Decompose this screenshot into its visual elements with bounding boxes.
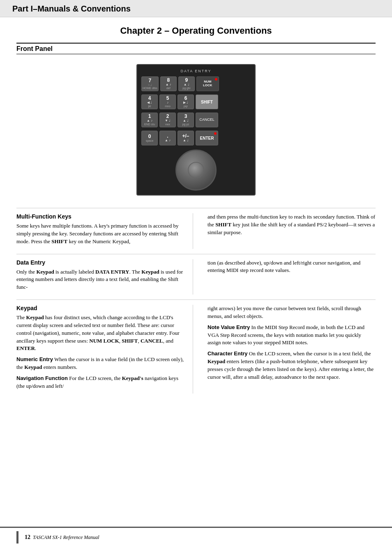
multi-function-right-text: and then press the multi-function key to…: [208, 213, 376, 237]
multi-function-content: Multi-Function Keys Some keys have multi…: [16, 213, 376, 249]
key-shift[interactable]: SHIFT: [196, 94, 218, 109]
multi-function-left: Multi-Function Keys Some keys have multi…: [16, 213, 193, 249]
keypad-row-2: 4 ◀ ♩ jkl 5 ♪ mno 6 ▶ ♩ pqr: [141, 94, 251, 109]
key-8[interactable]: 8 ▲ ♪ def: [160, 76, 177, 91]
key-2[interactable]: 2 ▼ ♩ vwx: [159, 113, 176, 127]
keypad-label: DATA ENTRY: [141, 69, 251, 73]
keypad-right-para1: right arrows) let you move the cursor be…: [208, 305, 376, 320]
key-enter[interactable]: ENTER: [196, 131, 218, 145]
page-container: Part I–Manuals & Conventions Chapter 2 –…: [0, 0, 392, 555]
front-panel-title: Front Panel: [16, 45, 53, 52]
keypad-row-1: 7 ○ ♩ HOME dlbs 8 ▲ ♪ def 9 ▲ ♩ pg: [141, 76, 251, 91]
keypad-graphic: DATA ENTRY 7 ○ ♩ HOME dlbs 8 ▲ ♪ def: [136, 64, 256, 196]
keypad-numeric-entry: Numeric Entry When the cursor is in a va…: [16, 356, 184, 371]
header-bar: Part I–Manuals & Conventions: [0, 0, 392, 17]
keypad-section-right: right arrows) let you move the cursor be…: [205, 305, 376, 394]
data-entry-left-text: Only the Keypad is actually labeled DATA…: [16, 268, 184, 292]
multi-function-right: and then press the multi-function key to…: [205, 213, 376, 249]
key-7-num: 7: [149, 78, 152, 83]
key-9[interactable]: 9 ▲ ♩ pg ghi: [178, 76, 195, 91]
key-cancel[interactable]: CANCEL: [196, 113, 218, 127]
keypad-row-4: 0 space . ▲ ♪ +/– ▲ ♩ ENTER: [141, 131, 251, 145]
key-0[interactable]: 0 space: [141, 131, 158, 145]
keypad-char-entry: Character Entry On the LCD screen, when …: [208, 350, 376, 381]
keypad-para1: The Keypad has four distinct uses, which…: [16, 314, 184, 352]
jog-wheel-area: [141, 150, 251, 191]
jog-wheel-center: [188, 162, 204, 178]
jog-wheel[interactable]: [175, 150, 217, 191]
multi-function-title: Multi-Function Keys: [16, 213, 184, 220]
key-5[interactable]: 5 ♪ mno: [159, 94, 176, 109]
keypad-rows: 7 ○ ♩ HOME dlbs 8 ▲ ♪ def 9 ▲ ♩ pg: [141, 76, 251, 147]
page-number: 12: [25, 534, 30, 541]
multi-function-section: Multi-Function Keys Some keys have multi…: [16, 208, 376, 249]
main-content: Chapter 2 – Operating Conventions Front …: [0, 25, 392, 406]
chapter-title: Chapter 2 – Operating Conventions: [16, 25, 376, 36]
part-title: Part I–Manuals & Conventions: [12, 4, 131, 13]
keypad-row-3: 1 ▲ ♪ END stu 2 ▼ ♩ vwx 3 ▲ ♩ pg yz: [141, 113, 251, 127]
data-entry-right-text: tion (as described above), up/down and l…: [208, 259, 376, 275]
keypad-section: Keypad The Keypad has four distinct uses…: [16, 299, 376, 394]
keypad-nav-function: Navigation Function For the LCD screen, …: [16, 375, 184, 390]
data-entry-left: Data Entry Only the Keypad is actually l…: [16, 259, 193, 295]
data-entry-title: Data Entry: [16, 259, 184, 266]
keypad-title: Keypad: [16, 305, 184, 311]
data-entry-section: Data Entry Only the Keypad is actually l…: [16, 254, 376, 295]
footer: 12 TASCAM SX-1 Reference Manual: [0, 527, 392, 547]
led-indicator: [215, 78, 217, 81]
footer-bar: [16, 531, 18, 543]
keypad-note-value: Note Value Entry In the MIDI Step Record…: [208, 324, 376, 347]
led-indicator-enter: [214, 132, 217, 135]
front-panel-image: DATA ENTRY 7 ○ ♩ HOME dlbs 8 ▲ ♪ def: [16, 60, 376, 204]
key-dot[interactable]: . ▲ ♪: [159, 131, 176, 145]
front-panel-section-header: Front Panel: [16, 43, 376, 54]
key-1[interactable]: 1 ▲ ♪ END stu: [141, 113, 158, 127]
keypad-section-content: Keypad The Keypad has four distinct uses…: [16, 305, 376, 394]
key-4[interactable]: 4 ◀ ♩ jkl: [141, 94, 158, 109]
key-6[interactable]: 6 ▶ ♩ pqr: [178, 94, 194, 109]
data-entry-right: tion (as described above), up/down and l…: [205, 259, 376, 295]
key-numlock[interactable]: NUM LOCK: [196, 76, 219, 91]
keypad-section-left: Keypad The Keypad has four distinct uses…: [16, 305, 193, 394]
key-plusminus[interactable]: +/– ▲ ♩: [178, 131, 194, 145]
multi-function-left-text: Some keys have multiple functions. A key…: [16, 222, 184, 246]
key-7[interactable]: 7 ○ ♩ HOME dlbs: [141, 76, 159, 91]
footer-product: TASCAM SX-1 Reference Manual: [33, 534, 99, 541]
key-3[interactable]: 3 ▲ ♩ pg yz: [178, 113, 194, 127]
data-entry-content: Data Entry Only the Keypad is actually l…: [16, 259, 376, 295]
